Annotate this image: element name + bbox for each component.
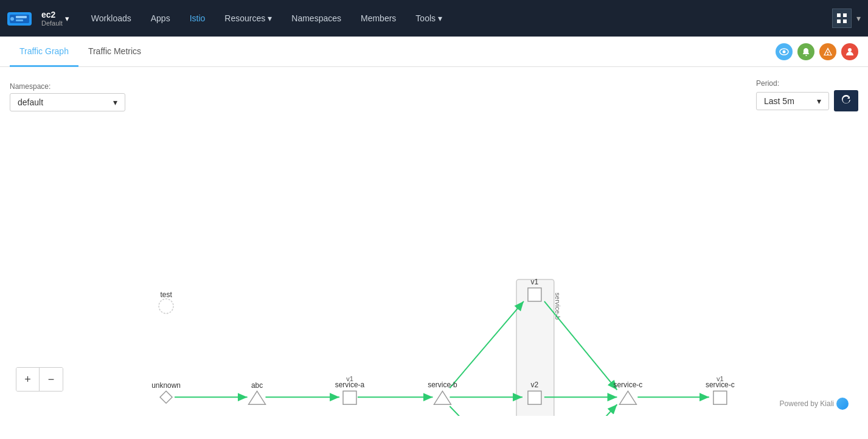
svg-rect-8 (843, 19, 847, 23)
nav-tools[interactable]: Tools ▾ (406, 0, 452, 37)
content-area: Namespace: default ▾ Period: Last 5m ▾ (0, 67, 868, 439)
svg-rect-5 (837, 13, 841, 17)
refresh-button[interactable] (834, 90, 858, 111)
period-value: Last 5m (764, 96, 794, 106)
period-section: Period: Last 5m ▾ (756, 79, 858, 111)
namespace-select[interactable]: default ▾ (10, 93, 125, 111)
zoom-controls: + − (16, 367, 63, 392)
node-v2[interactable] (528, 391, 541, 404)
node-service-c-v1-sublabel: v1 (717, 375, 724, 382)
node-test-label: test (160, 290, 172, 299)
namespace-section: Namespace: default ▾ (10, 82, 125, 111)
filter-row: Namespace: default ▾ Period: Last 5m ▾ (10, 79, 858, 111)
eye-icon[interactable] (776, 43, 793, 60)
period-label: Period: (756, 79, 858, 88)
navbar: ec2 Default ▾ Workloads Apps Istio Resou… (0, 0, 868, 37)
powered-by-text: Powered by Kiali (780, 399, 834, 408)
main-nav: Workloads Apps Istio Resources ▾ Namespa… (82, 0, 832, 37)
powered-by: Powered by Kiali (780, 398, 849, 410)
grid-icon[interactable] (832, 9, 852, 28)
tabs-bar: Traffic Graph Traffic Metrics (0, 37, 868, 67)
node-service-c[interactable] (619, 391, 636, 404)
node-v2-label: v2 (531, 381, 539, 389)
node-abc-label: abc (251, 381, 263, 390)
resources-dropdown-icon: ▾ (268, 13, 272, 23)
traffic-graph-svg: service-b (10, 124, 858, 416)
node-service-c-label: service-c (613, 381, 642, 389)
nav-workloads[interactable]: Workloads (82, 0, 141, 37)
tab-traffic-metrics[interactable]: Traffic Metrics (78, 37, 151, 67)
node-abc[interactable] (249, 391, 266, 404)
cluster-name: ec2 (41, 10, 63, 19)
kiali-icon (836, 398, 849, 410)
tabs-right-icons (776, 43, 858, 60)
svg-point-2 (10, 17, 14, 21)
svg-rect-7 (837, 19, 841, 23)
nav-istio[interactable]: Istio (180, 0, 215, 37)
namespace-chevron-icon: ▾ (113, 97, 117, 107)
period-chevron-icon: ▾ (817, 96, 821, 106)
edge-service-b-v1 (450, 301, 524, 388)
zoom-out-button[interactable]: − (40, 368, 63, 391)
warning-icon[interactable] (819, 43, 836, 60)
node-v1[interactable] (528, 288, 541, 301)
bell-icon[interactable] (797, 43, 814, 60)
navbar-right: ▾ (832, 9, 861, 28)
edge-v3-service-c (544, 404, 617, 416)
node-service-c-v1[interactable] (713, 391, 727, 404)
tab-traffic-graph[interactable]: Traffic Graph (10, 37, 78, 67)
period-select[interactable]: Last 5m ▾ (756, 92, 829, 110)
zoom-in-button[interactable]: + (16, 368, 40, 391)
svg-point-10 (783, 50, 786, 53)
node-test[interactable] (159, 299, 173, 314)
graph-area: service-b (10, 124, 858, 416)
svg-rect-3 (16, 16, 27, 18)
edge-service-b-v3 (450, 406, 524, 416)
node-unknown[interactable] (160, 391, 172, 403)
cluster-selector[interactable]: ec2 Default ▾ (41, 10, 69, 27)
period-control: Period: Last 5m ▾ (756, 79, 858, 111)
cluster-dropdown-icon: ▾ (65, 14, 69, 23)
node-service-b[interactable] (434, 391, 451, 404)
nav-apps[interactable]: Apps (141, 0, 180, 37)
namespace-label: Namespace: (10, 82, 125, 91)
navbar-dropdown-icon[interactable]: ▾ (856, 13, 861, 23)
service-b-group-label: service-b (554, 293, 561, 320)
nav-resources[interactable]: Resources ▾ (215, 0, 282, 37)
node-v1-label: v1 (531, 278, 539, 286)
tools-dropdown-icon: ▾ (438, 13, 442, 23)
svg-point-11 (848, 48, 852, 52)
user-icon[interactable] (841, 43, 858, 60)
node-service-a[interactable] (343, 391, 356, 404)
app-logo[interactable] (7, 7, 36, 29)
node-service-b-label: service-b (428, 381, 457, 389)
svg-rect-6 (843, 13, 847, 17)
node-unknown-label: unknown (151, 381, 181, 390)
edge-v1-service-c (544, 301, 617, 390)
namespace-value: default (18, 97, 43, 107)
cluster-sub: Default (41, 19, 63, 27)
nav-namespaces[interactable]: Namespaces (282, 0, 351, 37)
node-service-a-sublabel: v1 (346, 375, 353, 382)
nav-members[interactable]: Members (351, 0, 406, 37)
svg-rect-4 (16, 19, 23, 21)
